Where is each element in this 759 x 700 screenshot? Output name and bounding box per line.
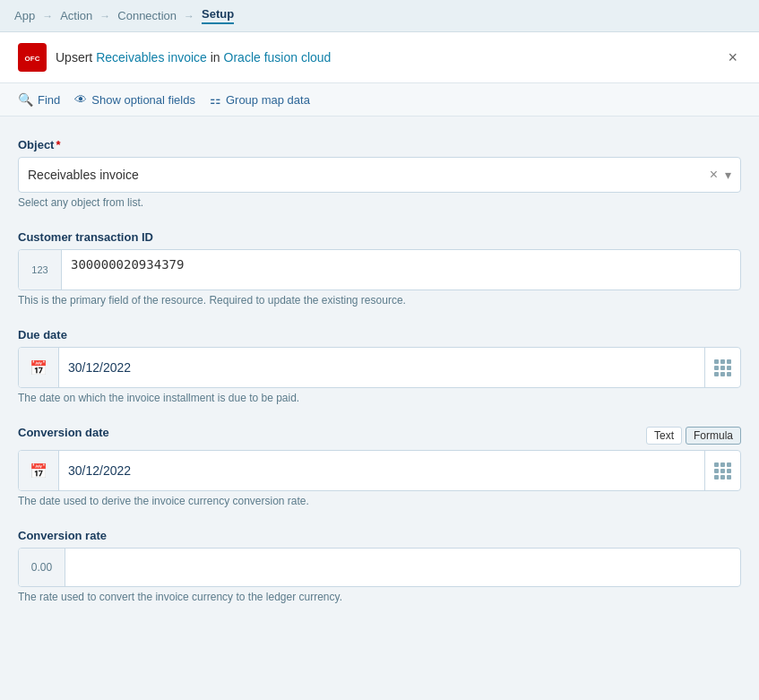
header-left: OFC Upsert Receivables invoice in Oracle… <box>18 43 331 72</box>
grid-icon-conversion <box>714 462 731 480</box>
due-date-hint: The date on which the invoice installmen… <box>18 392 741 404</box>
find-button[interactable]: 🔍 Find <box>18 92 60 107</box>
nav-item-action[interactable]: Action <box>60 9 92 22</box>
calendar-icon-due: 📅 <box>30 359 47 376</box>
calendar-icon-conversion: 📅 <box>30 462 47 480</box>
search-icon: 🔍 <box>18 92 33 107</box>
conversion-date-formula-button[interactable]: Formula <box>686 427 741 445</box>
grid-icon-due <box>714 359 731 376</box>
conversion-date-hint: The date used to derive the invoice curr… <box>18 495 741 507</box>
customer-transaction-hint: This is the primary field of the resourc… <box>18 294 741 307</box>
conversion-date-text-button[interactable]: Text <box>646 427 682 445</box>
object-hint: Select any object from list. <box>18 196 741 209</box>
object-select[interactable]: Receivables invoice × ▾ <box>18 157 741 193</box>
eye-icon: 👁 <box>74 92 87 107</box>
nav-item-app[interactable]: App <box>14 9 35 22</box>
conversion-date-label-row: Conversion date Text Formula <box>18 426 741 445</box>
optional-fields-label: Show optional fields <box>91 93 195 107</box>
conversion-date-input-wrapper: 📅 <box>18 450 741 491</box>
object-required: * <box>56 138 60 151</box>
due-date-grid-button[interactable] <box>704 348 740 387</box>
select-arrow-button[interactable]: ▾ <box>725 168 731 182</box>
customer-transaction-input[interactable] <box>62 250 740 290</box>
header-title-link2[interactable]: Oracle fusion cloud <box>224 50 332 65</box>
conversion-date-section: Conversion date Text Formula 📅 The date … <box>18 426 741 507</box>
header-title: Upsert Receivables invoice in Oracle fus… <box>56 50 331 65</box>
conversion-rate-hint: The rate used to convert the invoice cur… <box>18 591 741 603</box>
conversion-date-input[interactable] <box>59 451 704 490</box>
conversion-rate-section: Conversion rate 0.00 The rate used to co… <box>18 529 741 603</box>
object-section: Object* Receivables invoice × ▾ Select a… <box>18 138 741 209</box>
select-clear-button[interactable]: × <box>710 168 718 182</box>
nav-arrow-3: → <box>184 10 194 22</box>
conversion-rate-label: Conversion rate <box>18 529 741 542</box>
optional-fields-button[interactable]: 👁 Show optional fields <box>74 92 195 107</box>
conversion-date-buttons: Text Formula <box>646 427 741 445</box>
group-icon: ⚏ <box>210 92 221 107</box>
select-icons: × ▾ <box>710 168 731 182</box>
customer-transaction-section: Customer transaction ID 123 This is the … <box>18 230 741 307</box>
conversion-date-grid-button[interactable] <box>704 451 740 490</box>
due-date-section: Due date 📅 The date on which the invoice… <box>18 328 741 404</box>
group-map-label: Group map data <box>226 93 310 107</box>
nav-item-setup[interactable]: Setup <box>202 7 234 24</box>
top-nav: App → Action → Connection → Setup <box>0 0 759 32</box>
svg-text:OFC: OFC <box>25 55 40 63</box>
nav-arrow-1: → <box>42 10 53 22</box>
header-title-prefix: Upsert <box>56 50 96 65</box>
main-content: Object* Receivables invoice × ▾ Select a… <box>0 117 759 646</box>
conversion-date-calendar-button[interactable]: 📅 <box>19 451 59 490</box>
header-bar: OFC Upsert Receivables invoice in Oracle… <box>0 32 759 83</box>
customer-transaction-input-wrapper: 123 <box>18 249 741 290</box>
nav-item-connection[interactable]: Connection <box>117 9 177 22</box>
object-label: Object* <box>18 138 741 151</box>
group-map-button[interactable]: ⚏ Group map data <box>210 92 310 107</box>
conversion-date-label: Conversion date <box>18 426 109 439</box>
conversion-rate-prefix: 0.00 <box>19 549 65 586</box>
object-value: Receivables invoice <box>28 168 710 182</box>
due-date-label: Due date <box>18 328 741 341</box>
due-date-calendar-button[interactable]: 📅 <box>19 348 59 387</box>
toolbar: 🔍 Find 👁 Show optional fields ⚏ Group ma… <box>0 83 759 117</box>
close-button[interactable]: × <box>724 46 741 69</box>
conversion-rate-input-wrapper: 0.00 <box>18 548 741 587</box>
header-title-link[interactable]: Receivables invoice <box>96 50 207 65</box>
oracle-logo: OFC <box>18 43 47 72</box>
nav-arrow-2: → <box>99 10 110 22</box>
due-date-input[interactable] <box>59 348 704 387</box>
customer-transaction-prefix: 123 <box>19 250 62 290</box>
conversion-rate-input[interactable] <box>65 549 740 586</box>
find-label: Find <box>38 93 60 107</box>
due-date-input-wrapper: 📅 <box>18 347 741 388</box>
customer-transaction-label: Customer transaction ID <box>18 230 741 244</box>
header-title-suffix: in <box>207 50 224 65</box>
